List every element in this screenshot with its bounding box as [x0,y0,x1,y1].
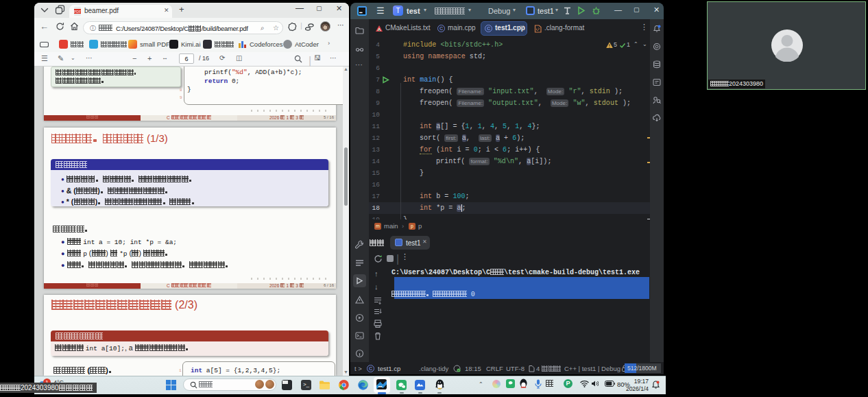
svg-text:PDF: PDF [74,10,81,14]
